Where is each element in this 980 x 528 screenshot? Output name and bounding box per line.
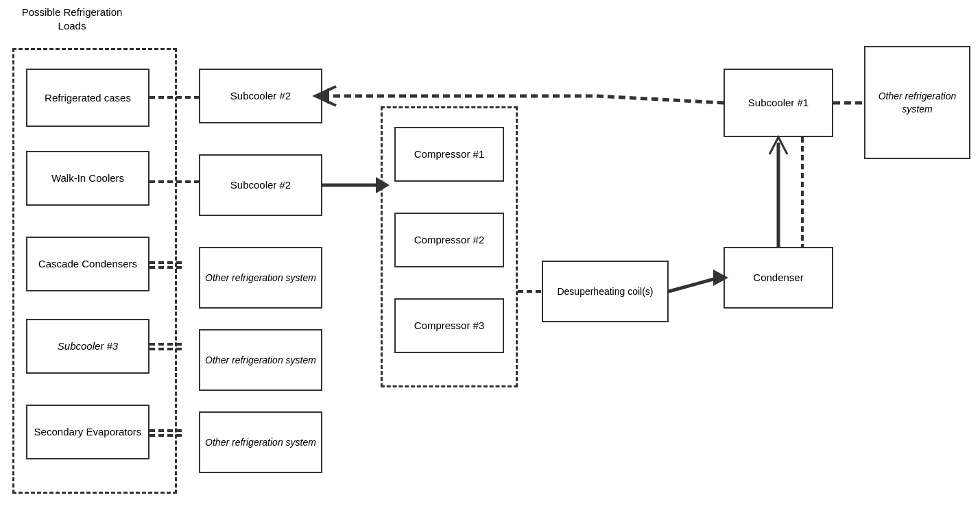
subcooler3-box: Subcooler #3	[26, 319, 150, 374]
walk-in-coolers-box: Walk-In Coolers	[26, 151, 150, 206]
compressor2-box: Compressor #2	[394, 213, 504, 267]
diagram-title: Possible Refrigeration Loads	[7, 5, 137, 32]
other-ref-top-right-box: Other refrigeration system	[864, 46, 970, 159]
svg-line-19	[669, 278, 719, 291]
diagram: Possible Refrigeration Loads Refrigerate…	[0, 0, 980, 528]
subcooler1-box: Subcooler #1	[724, 69, 833, 137]
compressor1-box: Compressor #1	[394, 127, 504, 182]
secondary-evaporators-box: Secondary Evaporators	[26, 405, 150, 459]
compressor3-box: Compressor #3	[394, 298, 504, 353]
other-ref3-box: Other refrigeration system	[199, 411, 322, 473]
subcooler2-mid-box: Subcooler #2	[199, 154, 322, 216]
other-ref2-box: Other refrigeration system	[199, 329, 322, 391]
other-ref1-box: Other refrigeration system	[199, 247, 322, 309]
refrigerated-cases-box: Refrigerated cases	[26, 69, 150, 127]
svg-line-16	[597, 96, 724, 103]
subcooler2-top-box: Subcooler #2	[199, 69, 322, 123]
desuperheating-box: Desuperheating coil(s)	[542, 261, 669, 322]
condenser-box: Condenser	[724, 247, 833, 309]
cascade-condensers-box: Cascade Condensers	[26, 237, 150, 291]
